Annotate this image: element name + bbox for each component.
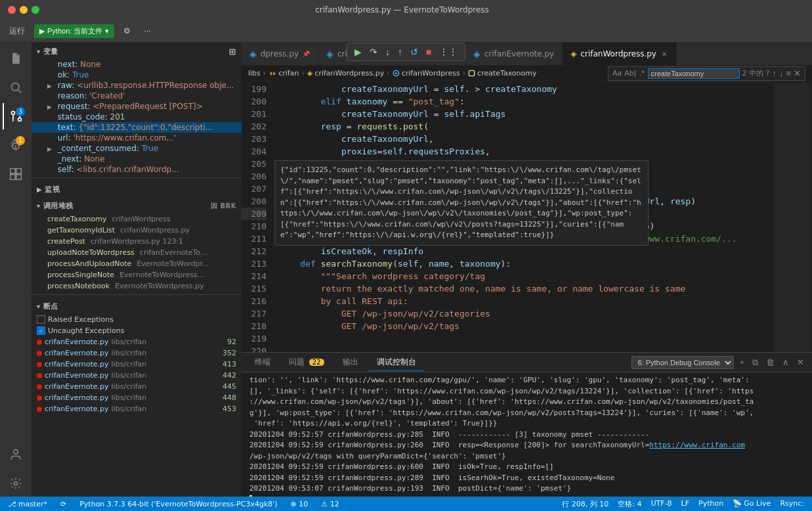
status-rsync[interactable]: Rsync: — [777, 499, 807, 508]
debug-console-selector[interactable]: 6: Python Debug Console — [631, 356, 734, 369]
variables-section-header[interactable]: ▾变量 ⊞ — [32, 43, 242, 59]
panel-trash-button[interactable]: 🗑 — [763, 356, 777, 368]
stack-item-6[interactable]: processNotebook EvernoteToWordpress.py — [32, 280, 242, 292]
find-input[interactable] — [648, 68, 740, 79]
find-close-button[interactable]: ✕ — [794, 68, 801, 78]
var-item-next2[interactable]: _next: None — [32, 154, 242, 164]
status-sync[interactable]: ⟳ — [58, 497, 69, 511]
tab-icon-evernote: ◈ — [473, 49, 481, 59]
bp-file-6[interactable]: crifanEvernote.py libs/crifan 453 — [32, 403, 242, 414]
close-button[interactable] — [8, 6, 16, 14]
bp-file-3[interactable]: crifanEvernote.py libs/crifan 442 — [32, 370, 242, 381]
bp-uncaught-exceptions[interactable]: ✓ Uncaught Exceptions — [32, 325, 242, 336]
debug-restart-button[interactable]: ↺ — [407, 45, 421, 59]
sidebar-action-icon[interactable]: ⊞ — [229, 47, 236, 56]
activity-debug[interactable]: 1 — [3, 132, 29, 158]
panel-tab-terminal[interactable]: 终端 — [247, 354, 278, 371]
status-eol[interactable]: LF — [679, 499, 692, 508]
debug-continue-button[interactable]: ▶ — [351, 45, 365, 59]
find-next-button[interactable]: ↓ — [779, 68, 784, 78]
whole-word-icon[interactable]: Ab| — [624, 69, 636, 78]
status-errors[interactable]: ⊗ 10 — [288, 497, 311, 511]
status-python-version[interactable]: Python 3.7.3 64-bit ('EvernoteToWordpres… — [77, 497, 280, 511]
stack-item-5[interactable]: processSingleNote EvernoteToWordpress... — [32, 269, 242, 280]
activity-settings[interactable] — [3, 470, 29, 497]
window-controls[interactable] — [8, 6, 39, 14]
panel-add-button[interactable]: + — [737, 356, 747, 368]
activity-scm[interactable]: 3 — [3, 103, 29, 129]
bp-file-1[interactable]: crifanEvernote.py libs/crifan 352 — [32, 347, 242, 359]
regex-icon[interactable]: .* — [639, 69, 645, 78]
tab-dpress[interactable]: ◈ dpress.py 📌 — [242, 43, 318, 65]
panel-close-button[interactable]: ✕ — [794, 356, 807, 368]
more-button[interactable]: ··· — [140, 25, 154, 37]
code-text[interactable]: createTaxonomyUrl = self. > createTaxono… — [274, 81, 773, 352]
status-warnings[interactable]: ⚠ 12 — [318, 497, 341, 511]
code-editor[interactable]: 199 200 201 202 203 204 205 206 207 208 … — [242, 81, 812, 352]
tab-close-wordpress[interactable]: ✕ — [660, 50, 668, 58]
var-item-text[interactable]: text: {"id":13225,"count":0,"descripti..… — [32, 122, 242, 133]
panel-tab-debug-console[interactable]: 调试控制台 — [369, 354, 424, 371]
stack-item-4[interactable]: processAndUploadNote EvernoteToWordpr... — [32, 258, 242, 269]
find-list-icon[interactable]: ≡ — [786, 68, 791, 78]
bp-raised-exceptions[interactable]: Raised Exceptions — [32, 314, 242, 325]
panel-tab-problems[interactable]: 问题 22 — [281, 354, 332, 371]
breakpoints-section-header[interactable]: ▾断点 — [32, 298, 242, 314]
find-prev-button[interactable]: ↑ — [772, 68, 777, 78]
bp-file-5[interactable]: crifanEvernote.py libs/crifan 448 — [32, 392, 242, 403]
bc-class[interactable]: crifanWordpress — [393, 69, 460, 78]
activity-search[interactable] — [3, 74, 29, 100]
settings-button[interactable]: ⚙ — [119, 25, 135, 37]
bp-checkbox-uncaught[interactable]: ✓ — [37, 326, 45, 335]
panel-split-button[interactable]: ⧉ — [750, 356, 761, 369]
var-item-request[interactable]: ▶ request: <PreparedRequest [POST]> — [32, 101, 242, 112]
status-language[interactable]: Python — [696, 499, 726, 508]
bp-file-0[interactable]: crifanEvernote.py libs/crifan 92 — [32, 336, 242, 347]
stack-item-3[interactable]: uploadNoteToWordpress crifanEvernoteTo..… — [32, 247, 242, 258]
maximize-button[interactable] — [32, 6, 39, 14]
debug-step-over-button[interactable]: ↷ — [366, 45, 381, 59]
watch-section-header[interactable]: ▶监视 — [32, 181, 242, 197]
activity-files[interactable] — [3, 45, 29, 72]
status-spaces[interactable]: 空格: 4 — [615, 499, 644, 509]
var-item-ok[interactable]: ok: True — [32, 70, 242, 80]
var-item-url[interactable]: url: 'https://www.crifan.com...' — [32, 133, 242, 143]
term-link-0[interactable]: https://www.crifan.com — [649, 441, 745, 449]
main-toolbar: 运行 ▶ Python: 当前文件 ▾ ⚙ ··· — [0, 20, 812, 43]
bc-method[interactable]: createTaxonomy — [468, 69, 536, 78]
status-position[interactable]: 行 208, 列 10 — [559, 499, 611, 509]
bc-crifan[interactable]: crifan — [268, 69, 299, 78]
bc-file[interactable]: ◈ crifanWordpress.py — [307, 69, 384, 78]
stack-item-1[interactable]: getTaxonomyIdList crifanWordpress.py — [32, 225, 242, 236]
tab-wordpress[interactable]: ◈ crifanWordpress.py ✕ — [563, 43, 677, 65]
run-menu-button[interactable]: 运行 — [5, 24, 29, 38]
status-golive[interactable]: 📡 Go Live — [730, 499, 773, 508]
debug-more-button[interactable]: ⋮⋮ — [436, 45, 461, 59]
var-item-next[interactable]: next: None — [32, 59, 242, 70]
status-branch[interactable]: ⎇ master* — [5, 497, 50, 511]
panel-up-button[interactable]: ∧ — [780, 356, 792, 368]
debug-step-into-button[interactable]: ↓ — [382, 45, 393, 59]
var-item-reason[interactable]: reason: 'Created' — [32, 91, 242, 101]
bc-libs[interactable]: libs — [248, 69, 261, 78]
bp-file-4[interactable]: crifanEvernote.py libs/crifan 445 — [32, 381, 242, 392]
tab-evernote[interactable]: ◈ crifanEvernote.py — [465, 43, 563, 65]
minimize-button[interactable] — [20, 6, 28, 14]
bp-checkbox-raised[interactable] — [37, 315, 45, 324]
status-encoding[interactable]: UTF-8 — [648, 499, 674, 508]
activity-extensions[interactable] — [3, 161, 29, 187]
var-item-status-code[interactable]: status_code: 201 — [32, 112, 242, 122]
callstack-section-header[interactable]: ▾调用堆栈 因 BRK — [32, 197, 242, 213]
debug-stop-button[interactable]: ■ — [423, 45, 435, 59]
var-item-self[interactable]: self: <libs.crifan.crifanWordp... — [32, 164, 242, 175]
bp-file-2[interactable]: crifanEvernote.py libs/crifan 413 — [32, 359, 242, 370]
stack-item-2[interactable]: createPost crifanWordpress.py 123:1 — [32, 236, 242, 247]
panel-tab-output[interactable]: 输出 — [335, 354, 366, 371]
debug-step-out-button[interactable]: ↑ — [395, 45, 406, 59]
activity-account[interactable] — [3, 441, 29, 468]
var-item-content-consumed[interactable]: ▶ _content_consumed: True — [32, 143, 242, 154]
case-sensitive-icon[interactable]: Aa — [612, 69, 622, 78]
var-item-raw[interactable]: ▶ raw: <urllib3.response.HTTPResponse ob… — [32, 80, 242, 91]
run-python-button[interactable]: ▶ Python: 当前文件 ▾ — [34, 24, 114, 38]
stack-item-0[interactable]: createTaxonomy crifanWordpress — [32, 213, 242, 225]
